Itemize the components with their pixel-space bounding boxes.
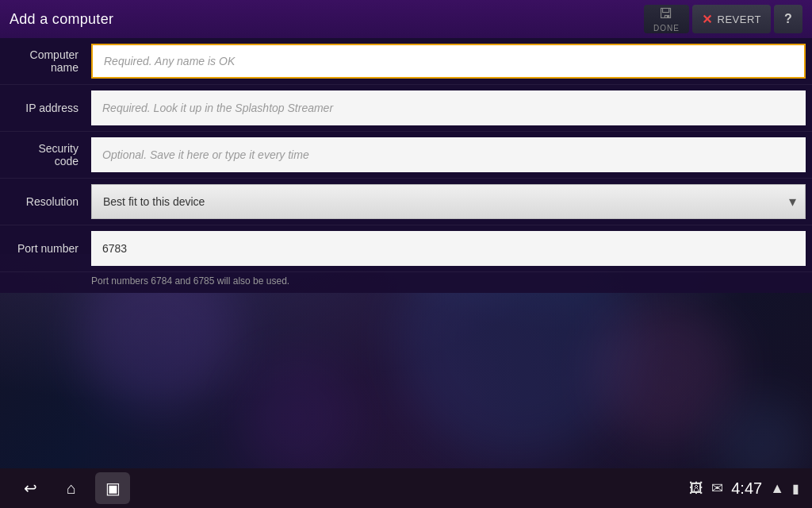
email-icon: ✉ [711, 479, 723, 497]
clock: 4:47 [731, 479, 762, 498]
recents-icon: ▣ [105, 479, 121, 498]
computer-name-input[interactable] [91, 44, 806, 79]
computer-name-label: Computer name [0, 48, 91, 74]
home-button[interactable]: ⌂ [54, 472, 89, 504]
help-label: ? [784, 12, 792, 26]
home-icon: ⌂ [67, 479, 76, 498]
resolution-select-wrapper: Best fit to this device 1920x1080 1280x7… [91, 184, 806, 219]
done-button[interactable]: 🖫 DONE [644, 5, 689, 33]
port-hint: Port numbers 6784 and 6785 will also be … [0, 272, 812, 293]
header-actions: 🖫 DONE ✕ REVERT ? [644, 5, 802, 33]
done-label: DONE [653, 24, 680, 33]
add-computer-form: Computer name IP address Security code R… [0, 38, 812, 293]
back-icon: ↩ [24, 479, 37, 498]
revert-button[interactable]: ✕ REVERT [692, 5, 771, 33]
battery-icon: ▮ [792, 481, 799, 496]
nav-buttons: ↩ ⌂ ▣ [13, 472, 130, 504]
recents-button[interactable]: ▣ [95, 472, 130, 504]
dialog-header: Add a computer 🖫 DONE ✕ REVERT ? [0, 0, 812, 38]
gallery-icon: 🖼 [689, 480, 703, 497]
resolution-row: Resolution Best fit to this device 1920x… [0, 179, 812, 225]
back-button[interactable]: ↩ [13, 472, 48, 504]
security-code-row: Security code [0, 132, 812, 179]
status-bar: ↩ ⌂ ▣ 🖼 ✉ 4:47 ▲ ▮ [0, 468, 812, 508]
security-code-label: Security code [0, 142, 91, 167]
status-indicators: 🖼 ✉ 4:47 ▲ ▮ [689, 479, 799, 498]
wifi-icon: ▲ [770, 480, 784, 497]
dialog-title: Add a computer [10, 11, 113, 28]
port-number-label: Port number [0, 242, 91, 255]
x-icon: ✕ [702, 12, 713, 27]
security-code-input[interactable] [91, 137, 806, 172]
ip-address-input[interactable] [91, 90, 806, 125]
save-icon: 🖫 [659, 6, 674, 22]
ip-address-label: IP address [0, 102, 91, 114]
help-button[interactable]: ? [774, 5, 802, 33]
port-number-input[interactable] [91, 231, 806, 266]
resolution-label: Resolution [0, 195, 91, 208]
port-number-row: Port number [0, 225, 812, 272]
computer-name-row: Computer name [0, 38, 812, 85]
ip-address-row: IP address [0, 85, 812, 132]
revert-label: REVERT [718, 13, 762, 25]
resolution-select[interactable]: Best fit to this device 1920x1080 1280x7… [91, 184, 806, 219]
